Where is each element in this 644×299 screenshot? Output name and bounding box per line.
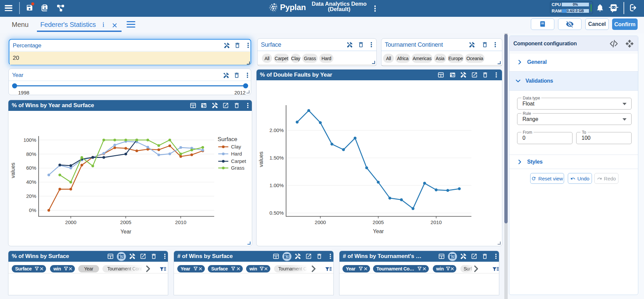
svg-text:2000: 2000	[315, 219, 326, 225]
svg-text:2000: 2000	[65, 219, 76, 225]
svg-text:Surface: Surface	[218, 136, 237, 142]
svg-text:Clay: Clay	[231, 144, 241, 150]
svg-text:values: values	[258, 152, 264, 167]
svg-text:100%: 100%	[24, 137, 36, 143]
svg-text:Year: Year	[373, 228, 384, 234]
svg-text:2010: 2010	[430, 219, 442, 225]
svg-text:0.50%: 0.50%	[269, 210, 284, 216]
svg-text:0%: 0%	[29, 207, 36, 213]
svg-text:60%: 60%	[26, 165, 36, 171]
svg-text:1.50%: 1.50%	[269, 155, 284, 161]
svg-text:80%: 80%	[26, 151, 36, 157]
svg-text:values: values	[10, 163, 16, 178]
svg-text:2005: 2005	[373, 219, 384, 225]
svg-text:2.00%: 2.00%	[269, 127, 284, 133]
svg-text:Grass: Grass	[231, 165, 244, 171]
svg-text:1.00%: 1.00%	[269, 182, 284, 188]
svg-text:Year: Year	[121, 229, 132, 234]
svg-text:20%: 20%	[26, 193, 36, 199]
svg-text:Carpet: Carpet	[231, 158, 246, 164]
svg-text:Hard: Hard	[231, 151, 242, 157]
svg-text:40%: 40%	[26, 179, 36, 185]
svg-text:2010: 2010	[175, 219, 186, 225]
svg-text:2005: 2005	[120, 219, 131, 225]
